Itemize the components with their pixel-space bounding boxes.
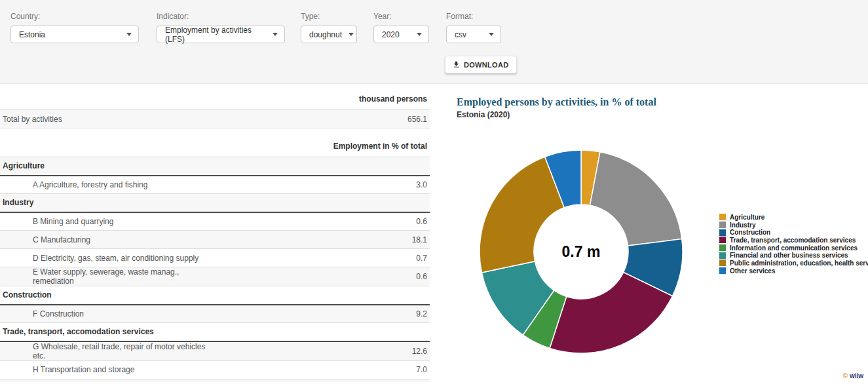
type-select[interactable]: doughnut (301, 26, 357, 43)
legend-label: Financial and other business services (730, 252, 848, 259)
total-row-value: 656.1 (215, 110, 430, 128)
row-value: 0.6 (215, 267, 430, 286)
group-row-label: Construction (0, 286, 430, 305)
app: Country: Estonia Indicator: Employment b… (0, 0, 868, 386)
table-group-row: Construction (0, 286, 430, 305)
type-label: Type: (301, 12, 357, 21)
activities-table-body: AgricultureA Agriculture, forestry and f… (0, 157, 430, 379)
activities-table: Employment in % of total AgricultureA Ag… (0, 128, 430, 379)
indicator-label: Indicator: (157, 12, 285, 21)
row-value: 0.7 (215, 249, 430, 267)
copyright: © wiiw (843, 372, 863, 379)
table-row-partial (0, 379, 430, 382)
row-value: 0.6 (215, 212, 430, 231)
row-label: G Wholesale, retail trade, repair of mot… (0, 341, 215, 361)
year-select-value: 2020 (382, 30, 400, 39)
year-select[interactable]: 2020 (373, 26, 429, 43)
group-row-label: Industry (0, 194, 430, 212)
row-label: F Construction (0, 305, 215, 323)
row-label: D Electricity, gas, steam, air condition… (0, 249, 215, 267)
total-row: Total by activities 656.1 (0, 110, 430, 128)
country-filter: Country: Estonia (10, 12, 139, 43)
copyright-icon: © (843, 372, 848, 379)
indicator-filter: Indicator: Employment by activities (LFS… (157, 12, 285, 43)
download-button[interactable]: DOWNLOAD (445, 56, 517, 73)
doughnut-center-label: 0.7 m (516, 243, 647, 261)
copyright-name: wiiw (850, 372, 863, 379)
table-unit-header: thousand persons (0, 84, 430, 110)
format-select-value: csv (455, 30, 466, 39)
row-label: H Transportation and storage (0, 360, 215, 379)
legend-item[interactable]: Agriculture (719, 214, 868, 221)
format-filter: Format: csv (446, 12, 501, 43)
table-row: H Transportation and storage7.0 (0, 360, 430, 379)
year-label: Year: (373, 12, 429, 21)
country-select[interactable]: Estonia (10, 26, 139, 43)
chart-panel: Employed persons by activities, in % of … (430, 84, 868, 386)
indicator-select-value: Employment by activities (LFS) (165, 26, 266, 44)
legend-swatch-icon (719, 267, 726, 274)
row-label: A Agriculture, forestry and fishing (0, 176, 215, 194)
chart-title: Employed persons by activities, in % of … (457, 96, 656, 108)
legend-swatch-icon (719, 244, 726, 251)
donut-slice[interactable] (590, 152, 681, 246)
chart-subtitle: Estonia (2020) (457, 110, 510, 119)
row-value: 7.0 (215, 360, 430, 379)
chart-legend: AgricultureIndustryConstructionTrade, tr… (719, 214, 868, 275)
table-group-row: Industry (0, 194, 430, 212)
group-row-label: Agriculture (0, 157, 430, 176)
legend-label: Agriculture (730, 214, 764, 221)
legend-swatch-icon (719, 214, 726, 220)
legend-item[interactable]: Information and communication services (719, 244, 868, 252)
table-row: D Electricity, gas, steam, air condition… (0, 249, 430, 267)
row-value: 12.6 (215, 341, 430, 361)
legend-label: Public administration, education, health… (730, 260, 868, 267)
legend-label: Information and communication services (730, 244, 858, 252)
total-row-label: Total by activities (0, 110, 215, 128)
table-row: A Agriculture, forestry and fishing3.0 (0, 176, 430, 194)
table-row: G Wholesale, retail trade, repair of mot… (0, 341, 430, 361)
legend-label: Industry (730, 222, 755, 229)
indicator-select[interactable]: Employment by activities (LFS) (157, 26, 285, 43)
table-section-header: Employment in % of total (0, 128, 430, 157)
table-row: E Water supply, sewerage, waste manag., … (0, 267, 430, 286)
group-row-label: Trade, transport, accomodation services (0, 323, 430, 341)
table-group-row: Agriculture (0, 157, 430, 176)
legend-item[interactable]: Trade, transport, accomodation services (719, 237, 868, 244)
filter-bar: Country: Estonia Indicator: Employment b… (0, 0, 868, 84)
download-icon (452, 60, 461, 69)
legend-item[interactable]: Other services (719, 267, 868, 275)
row-value: 18.1 (215, 231, 430, 249)
chevron-down-icon (273, 33, 278, 36)
totals-table: thousand persons Total by activities 656… (0, 84, 430, 128)
legend-label: Construction (730, 229, 770, 236)
type-filter: Type: doughnut (301, 12, 357, 43)
legend-item[interactable]: Financial and other business services (719, 252, 868, 259)
row-label: E Water supply, sewerage, waste manag., … (0, 267, 215, 286)
legend-label: Other services (730, 267, 776, 275)
row-label: B Mining and quarrying (0, 212, 215, 231)
chevron-down-icon (489, 33, 494, 36)
country-label: Country: (10, 12, 139, 21)
legend-swatch-icon (719, 237, 726, 243)
row-value: 9.2 (215, 305, 430, 323)
table-group-row: Trade, transport, accomodation services (0, 323, 430, 341)
country-select-value: Estonia (19, 30, 45, 39)
data-table-panel: thousand persons Total by activities 656… (0, 84, 430, 382)
row-value: 3.0 (215, 176, 430, 194)
chevron-down-icon (126, 33, 132, 36)
legend-item[interactable]: Construction (719, 229, 868, 236)
legend-swatch-icon (719, 222, 726, 228)
chevron-down-icon (349, 33, 354, 36)
table-row: B Mining and quarrying0.6 (0, 212, 430, 231)
table-row: F Construction9.2 (0, 305, 430, 323)
legend-label: Trade, transport, accomodation services (730, 237, 856, 244)
legend-item[interactable]: Public administration, education, health… (719, 260, 868, 267)
download-button-label: DOWNLOAD (464, 61, 508, 69)
legend-swatch-icon (719, 260, 726, 266)
year-filter: Year: 2020 (373, 12, 429, 43)
legend-item[interactable]: Industry (719, 222, 868, 229)
type-select-value: doughnut (309, 30, 342, 39)
format-select[interactable]: csv (446, 26, 501, 43)
legend-swatch-icon (719, 229, 726, 236)
